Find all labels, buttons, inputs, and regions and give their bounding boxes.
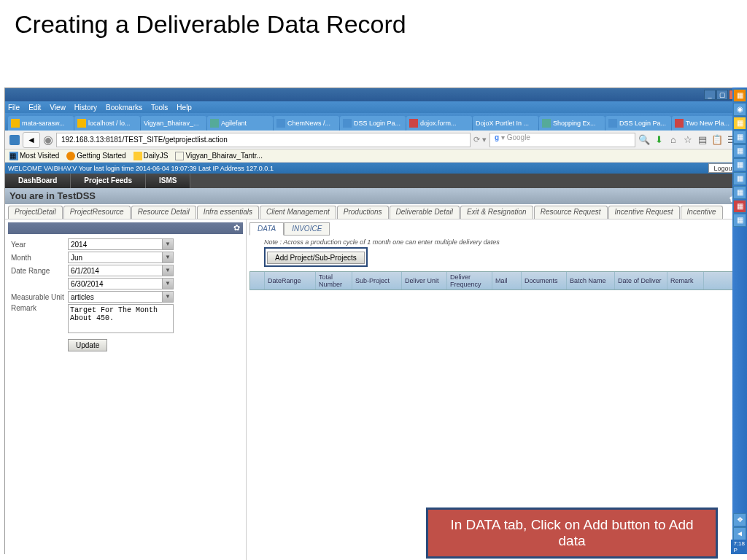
date-from-input[interactable] [68, 265, 163, 276]
column-header[interactable]: Sub-Project [352, 272, 402, 289]
menu-tools[interactable]: Tools [151, 104, 168, 112]
browser-tab[interactable]: Shopping Ex... [539, 116, 605, 131]
add-project-button[interactable]: Add Project/Sub-Projects [267, 252, 365, 264]
url-bar: ◄ ◉ ⟳ ▾ g ▾ Google 🔍 ⬇ ⌂ ☆ ▤ 📋 ☰ [5, 131, 742, 149]
bookmark-dailyjs[interactable]: DailyJS [133, 152, 169, 160]
sub-tab[interactable]: Incentive [681, 206, 723, 219]
note-text: Note : Across a production cycle of 1 mo… [264, 238, 739, 246]
unit-select[interactable] [68, 291, 163, 303]
panel-gear-icon[interactable]: ✿ [233, 223, 240, 233]
tab-data[interactable]: DATA [249, 222, 284, 236]
bookmarks-bar: ▦Most Visited Getting Started DailyJS Vi… [5, 149, 742, 163]
menu-help[interactable]: Help [177, 104, 192, 112]
sidebar-icon[interactable]: ◉ [733, 103, 746, 116]
browser-menu-bar: File Edit View History Bookmarks Tools H… [5, 101, 742, 113]
column-header[interactable]: Remark [667, 272, 704, 289]
chevron-down-icon[interactable]: ▼ [163, 252, 174, 263]
sidebar-icon[interactable]: ❖ [733, 513, 746, 526]
sidebar-icon[interactable]: ▦ [733, 200, 746, 213]
chevron-down-icon[interactable]: ▼ [163, 278, 174, 289]
browser-tab[interactable]: DSS Login Pa... [605, 116, 671, 131]
sub-tab[interactable]: Exit & Resignation [460, 206, 533, 219]
column-header[interactable]: Total Number [316, 272, 352, 289]
nav-project-feeds[interactable]: Project Feeds [71, 174, 146, 188]
column-header[interactable]: Date of Deliver [615, 272, 667, 289]
sub-tab[interactable]: Resource Detail [131, 206, 196, 219]
sidebar-icon[interactable]: ▦ [733, 172, 746, 185]
clipboard-icon[interactable]: 📋 [711, 134, 723, 146]
sub-tab[interactable]: Deliverable Detail [390, 206, 460, 219]
location-text: You are in TestDSS [9, 190, 96, 201]
browser-tab[interactable]: DSS Login Pa... [340, 116, 406, 131]
daterange-label: Date Range [8, 267, 68, 275]
chevron-down-icon[interactable]: ▼ [163, 238, 174, 250]
url-input[interactable] [56, 133, 471, 147]
nav-isms[interactable]: ISMS [146, 174, 190, 188]
tab-invoice[interactable]: INVOICE [284, 222, 330, 236]
browser-tab[interactable]: localhost / lo... [74, 116, 140, 131]
download-icon[interactable]: ⬇ [653, 134, 665, 146]
menu-history[interactable]: History [74, 104, 97, 112]
data-table: DateRangeTotal NumberSub-ProjectDeliver … [249, 271, 739, 290]
list-icon[interactable]: ▤ [697, 134, 708, 146]
chevron-down-icon[interactable]: ▼ [163, 291, 174, 303]
sidebar-icon[interactable]: ▦ [733, 144, 746, 158]
panel-header: ✿ [8, 222, 243, 234]
column-header[interactable]: Mail [492, 272, 522, 289]
column-header[interactable] [250, 272, 265, 289]
sidebar-icon[interactable]: ▦ [733, 117, 746, 130]
menu-file[interactable]: File [8, 104, 20, 112]
column-header[interactable]: Documents [522, 272, 567, 289]
browser-tab[interactable]: ChemNews /... [274, 116, 339, 131]
search-input[interactable]: g ▾ Google [489, 133, 635, 147]
browser-tab[interactable]: mata-sarasw... [8, 116, 74, 131]
sub-tab[interactable]: Client Management [260, 206, 336, 219]
bookmark-getting-started[interactable]: Getting Started [66, 152, 125, 160]
update-button[interactable]: Update [68, 339, 107, 351]
sub-tab[interactable]: Productions [337, 206, 389, 219]
menu-bookmarks[interactable]: Bookmarks [106, 104, 142, 112]
os-sidebar: ▦ ◉ ▦ ▦ ▦ ▦ ▦ ▦ ▦ ▦ ❖ ◄ ▦ 7:18 P [732, 88, 747, 554]
sub-tab[interactable]: ProjectResource [63, 206, 131, 219]
browser-tab[interactable]: Two New Pla... [672, 116, 738, 131]
search-icon[interactable]: 🔍 [638, 134, 650, 146]
window-title-bar: _ ▢ ✕ [5, 88, 742, 101]
year-select[interactable] [68, 238, 163, 250]
browser-tab[interactable]: Agilefant [207, 116, 273, 131]
sidebar-icon[interactable]: ▦ [733, 89, 746, 102]
sidebar-icon[interactable]: ▦ [733, 158, 746, 171]
browser-tab[interactable]: DojoX Portlet In ... [473, 116, 538, 131]
sub-tab[interactable]: Infra essentials [197, 206, 259, 219]
clock: 7:18 P [731, 540, 747, 554]
sub-tab[interactable]: Incentive Request [608, 206, 680, 219]
sidebar-icon[interactable]: ▦ [733, 214, 746, 227]
chevron-down-icon[interactable]: ▼ [163, 265, 174, 276]
column-header[interactable]: DateRange [265, 272, 316, 289]
sidebar-icon[interactable]: ▦ [733, 131, 746, 144]
year-label: Year [8, 241, 68, 249]
bookmark-vigyan[interactable]: Vigyan_Bhairav_Tantr... [175, 152, 262, 160]
bookmark-most-visited[interactable]: ▦Most Visited [9, 152, 59, 160]
sidebar-icon[interactable]: ◄ [733, 527, 746, 540]
browser-tab[interactable]: dojox.form... [406, 116, 472, 131]
minimize-button[interactable]: _ [704, 90, 716, 100]
maximize-button[interactable]: ▢ [716, 90, 728, 100]
sidebar-icon[interactable]: ▦ [733, 186, 746, 199]
column-header[interactable]: Deliver Unit [402, 272, 447, 289]
browser-tab[interactable]: Vigyan_Bhairav_... [141, 116, 206, 131]
menu-edit[interactable]: Edit [28, 104, 41, 112]
nav-dashboard[interactable]: DashBoard [5, 174, 71, 188]
month-select[interactable] [68, 252, 163, 263]
bookmark-star-icon[interactable]: ☆ [682, 134, 694, 146]
sub-tab[interactable]: Resource Request [534, 206, 608, 219]
date-to-input[interactable] [68, 278, 163, 289]
column-header[interactable]: Batch Name [567, 272, 615, 289]
home-icon[interactable]: ⌂ [667, 134, 679, 146]
column-header[interactable]: Deliver Frequency [447, 272, 492, 289]
back-button[interactable]: ◄ [23, 132, 40, 148]
left-panel: ✿ Year▼ Month▼ Date Range▼ ▼ Measurable … [5, 219, 246, 560]
menu-view[interactable]: View [50, 104, 66, 112]
remark-textarea[interactable] [68, 304, 174, 333]
sub-tab[interactable]: ProjectDetail [8, 206, 63, 219]
reload-icon[interactable]: ⟳ ▾ [473, 135, 487, 144]
